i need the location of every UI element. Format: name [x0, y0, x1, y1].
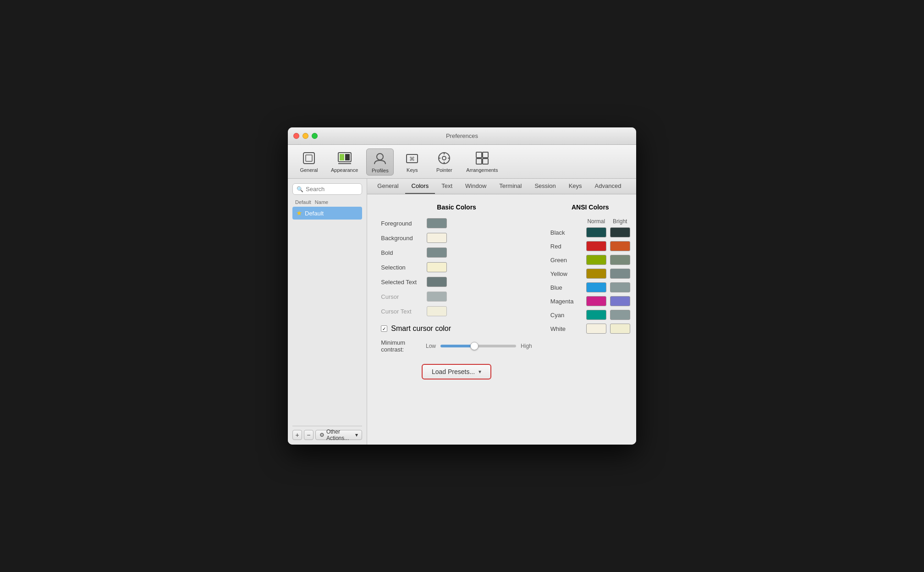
ansi-white-swatches	[586, 324, 630, 334]
general-icon	[301, 150, 317, 166]
ansi-black-bright-swatch[interactable]	[610, 227, 630, 237]
cursor-text-row: Cursor Text	[381, 306, 532, 316]
add-profile-button[interactable]: +	[292, 430, 302, 440]
default-col-header: Default	[295, 199, 311, 205]
other-actions-chevron-icon: ▾	[355, 432, 358, 438]
sidebar-footer: + − ⚙ Other Actions... ▾	[292, 426, 362, 440]
foreground-row: Foreground	[381, 218, 532, 228]
tab-window[interactable]: Window	[459, 179, 493, 194]
contrast-slider-thumb[interactable]	[470, 342, 478, 350]
toolbar-pointer[interactable]: Pointer	[430, 148, 458, 176]
search-icon: 🔍	[297, 186, 303, 192]
general-label: General	[300, 167, 318, 173]
tab-bar: General Colors Text Window Terminal Sess…	[367, 179, 636, 194]
keys-icon: ⌘	[404, 150, 420, 166]
minimize-button[interactable]	[302, 133, 308, 139]
tab-colors[interactable]: Colors	[405, 179, 435, 194]
basic-colors-title: Basic Colors	[381, 204, 532, 211]
ansi-red-label: Red	[550, 243, 583, 250]
profile-item-default[interactable]: ★ Default	[292, 207, 362, 220]
high-label: High	[521, 343, 532, 349]
ansi-white-bright-swatch[interactable]	[610, 324, 630, 334]
toolbar-profiles[interactable]: Profiles	[366, 148, 394, 176]
tab-keys[interactable]: Keys	[562, 179, 588, 194]
ansi-colors-title: ANSI Colors	[550, 204, 630, 211]
cursor-label: Cursor	[381, 293, 422, 300]
svg-rect-18	[483, 159, 488, 164]
svg-rect-15	[476, 152, 482, 158]
load-presets-button[interactable]: Load Presets... ▾	[422, 364, 491, 380]
appearance-icon	[337, 150, 352, 166]
toolbar-keys[interactable]: ⌘ Keys	[398, 148, 426, 176]
smart-cursor-label: Smart cursor color	[391, 324, 451, 333]
default-star-icon: ★	[296, 209, 302, 217]
toolbar-appearance[interactable]: Appearance	[327, 148, 362, 176]
ansi-red-row: Red	[550, 241, 630, 251]
cursor-text-swatch[interactable]	[427, 306, 447, 316]
ansi-red-normal-swatch[interactable]	[586, 241, 606, 251]
toolbar-general[interactable]: General	[295, 148, 323, 176]
ansi-green-swatches	[586, 255, 630, 265]
keys-label: Keys	[407, 167, 418, 173]
toolbar-arrangements[interactable]: Arrangements	[462, 148, 501, 176]
sidebar: 🔍 Default Name ★ Default + −	[288, 179, 367, 445]
svg-rect-1	[306, 155, 312, 161]
ansi-black-label: Black	[550, 229, 583, 236]
ansi-yellow-normal-swatch[interactable]	[586, 269, 606, 279]
ansi-green-normal-swatch[interactable]	[586, 255, 606, 265]
ansi-cyan-normal-swatch[interactable]	[586, 310, 606, 320]
foreground-swatch[interactable]	[427, 218, 447, 228]
selected-text-swatch[interactable]	[427, 277, 447, 287]
ansi-green-bright-swatch[interactable]	[610, 255, 630, 265]
search-input[interactable]	[306, 186, 358, 192]
tab-terminal[interactable]: Terminal	[493, 179, 528, 194]
ansi-yellow-row: Yellow	[550, 269, 630, 279]
close-button[interactable]	[293, 133, 299, 139]
tab-text[interactable]: Text	[435, 179, 459, 194]
pointer-label: Pointer	[436, 167, 452, 173]
background-swatch[interactable]	[427, 233, 447, 243]
ansi-blue-bright-swatch[interactable]	[610, 282, 630, 292]
ansi-blue-label: Blue	[550, 284, 583, 291]
ansi-black-normal-swatch[interactable]	[586, 227, 606, 237]
low-label: Low	[426, 343, 436, 349]
svg-rect-4	[345, 154, 350, 160]
tab-general[interactable]: General	[371, 179, 405, 194]
ansi-yellow-bright-swatch[interactable]	[610, 269, 630, 279]
pointer-icon	[436, 150, 452, 166]
selection-row: Selection	[381, 262, 532, 272]
ansi-red-bright-swatch[interactable]	[610, 241, 630, 251]
svg-rect-17	[476, 159, 482, 164]
remove-profile-button[interactable]: −	[304, 430, 314, 440]
selected-text-row: Selected Text	[381, 277, 532, 287]
ansi-normal-header: Normal	[586, 218, 606, 225]
remove-icon: −	[307, 431, 310, 439]
arrangements-label: Arrangements	[466, 167, 498, 173]
smart-cursor-checkbox[interactable]: ✓	[381, 325, 387, 332]
svg-rect-0	[303, 153, 314, 164]
other-actions-button[interactable]: ⚙ Other Actions... ▾	[315, 430, 362, 440]
contrast-slider-track[interactable]	[440, 345, 516, 347]
ansi-white-row: White	[550, 324, 630, 334]
ansi-black-swatches	[586, 227, 630, 237]
ansi-blue-normal-swatch[interactable]	[586, 282, 606, 292]
gear-icon: ⚙	[319, 432, 324, 438]
ansi-magenta-normal-swatch[interactable]	[586, 296, 606, 306]
cursor-row: Cursor	[381, 292, 532, 302]
selection-label: Selection	[381, 264, 422, 271]
cursor-swatch[interactable]	[427, 292, 447, 302]
cursor-text-label: Cursor Text	[381, 308, 422, 315]
ansi-green-label: Green	[550, 257, 583, 264]
selection-swatch[interactable]	[427, 262, 447, 272]
bold-swatch[interactable]	[427, 248, 447, 258]
tab-advanced[interactable]: Advanced	[588, 179, 628, 194]
tab-session[interactable]: Session	[528, 179, 562, 194]
ansi-cyan-bright-swatch[interactable]	[610, 310, 630, 320]
search-box[interactable]: 🔍	[292, 183, 362, 195]
colors-panel: Basic Colors Foreground Background Bold	[367, 194, 636, 445]
ansi-white-normal-swatch[interactable]	[586, 324, 606, 334]
presets-row: Load Presets... ▾	[381, 364, 532, 380]
ansi-magenta-bright-swatch[interactable]	[610, 296, 630, 306]
maximize-button[interactable]	[312, 133, 318, 139]
contrast-row: Minimum contrast: Low High	[381, 339, 532, 353]
